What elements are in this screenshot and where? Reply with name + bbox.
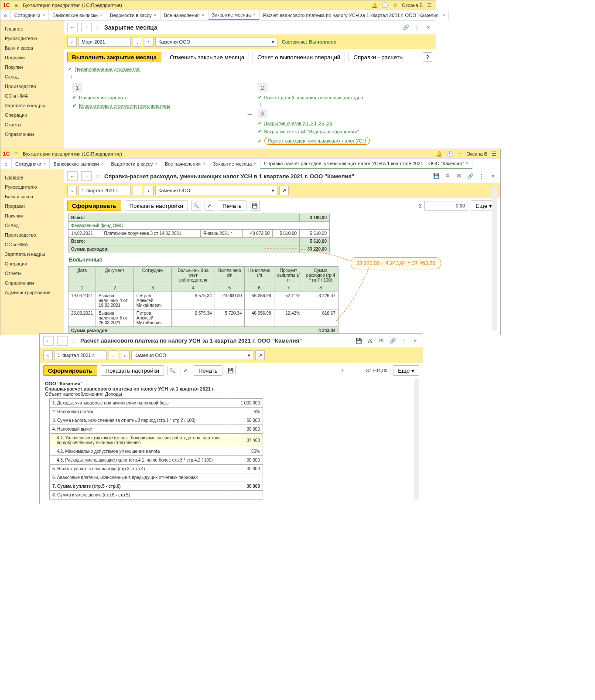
cfg-icon[interactable]: ☰ [425,1,433,9]
home-tab[interactable]: ⌂ [0,159,12,169]
bell-icon[interactable]: 🔔 [370,1,378,9]
fav-icon[interactable]: ☆ [95,173,101,180]
org-open[interactable]: ↗ [279,186,289,195]
close-icon[interactable]: × [154,13,157,17]
expand-icon[interactable]: ⤢ [181,366,190,375]
link-icon[interactable]: 🔗 [466,172,474,180]
help-button[interactable]: ? [423,52,432,62]
stage-link[interactable]: Начисление зарплаты [79,95,129,100]
close-icon[interactable]: × [101,161,104,166]
prev-period-button[interactable]: ‹ [67,186,77,195]
close-icon[interactable]: × [254,161,256,166]
sidebar-item[interactable]: ОС и НМА [0,240,64,249]
search-icon[interactable]: 🔍 [168,366,177,375]
close-icon[interactable]: × [466,161,468,166]
tab-5[interactable]: Справка-расчет расходов, уменьшающих нал… [260,159,472,169]
history-icon[interactable]: 🕘 [381,1,389,9]
form-button[interactable]: Сформировать [67,200,121,211]
close-icon[interactable]: × [253,12,256,17]
show-settings-button[interactable]: Показать настройки [101,365,164,376]
sidebar-item[interactable]: Склад [0,72,64,82]
sidebar-item[interactable]: Справочники [0,278,64,288]
tab-3[interactable]: Все начисления× [161,159,209,169]
fav-icon[interactable]: ☆ [71,337,77,344]
print-button[interactable]: Печать [218,200,246,211]
close-icon[interactable]: × [489,172,497,180]
fwd-button[interactable]: → [57,336,68,346]
pre-link[interactable]: Перепроведение документов [75,67,140,72]
star-icon[interactable]: ☆ [391,1,399,9]
cancel-button[interactable]: Отменить закрытие месяца [165,52,249,62]
org-open[interactable]: ↗ [255,350,265,360]
save-file-icon[interactable]: 💾 [250,201,260,211]
next-period-button[interactable]: › [120,350,130,360]
prev-period-button[interactable]: ‹ [43,350,53,360]
close-icon[interactable]: × [411,337,419,345]
back-button[interactable]: ← [67,23,78,32]
show-settings-button[interactable]: Показать настройки [125,200,188,211]
org-select[interactable]: Камелия ООО▾ [155,37,277,47]
form-button[interactable]: Сформировать [43,365,97,376]
sidebar-item[interactable]: Покупки [0,211,64,221]
sidebar-item[interactable]: Покупки [0,62,64,72]
period-select[interactable]: 1 квартал 2021 г. [55,350,107,360]
print-icon[interactable]: 🖨 [444,172,451,180]
fav-icon[interactable]: ☆ [95,24,101,31]
sidebar-item[interactable]: Руководителю [0,34,64,43]
sidebar-item[interactable]: Главное [0,24,64,34]
next-period-button[interactable]: › [144,186,154,195]
sidebar-item[interactable]: Справочники [0,129,64,139]
report-button[interactable]: Отчет о выполнении операций [253,52,345,62]
tab-4[interactable]: Закрытие месяца× [209,10,260,20]
link-icon[interactable]: 🔗 [389,337,397,345]
close-icon[interactable]: × [100,13,103,17]
fwd-button[interactable]: → [81,171,92,181]
close-icon[interactable]: × [155,161,157,166]
sidebar-item[interactable]: Продажи [0,53,64,62]
link-icon[interactable]: 🔗 [402,24,410,31]
menu-icon[interactable]: ≡ [12,1,20,9]
stage-link[interactable]: Расчет расходов, уменьшающих налог УСН [264,137,370,145]
stage-link[interactable]: Закрытие счетов 20, 23, 25, 26 [264,121,332,126]
expand-icon[interactable]: ⤢ [205,201,214,211]
org-select[interactable]: Камелия ООО▾ [131,350,253,360]
sidebar-item[interactable]: Банк и касса [0,192,64,201]
tab-4[interactable]: Закрытие месяца× [209,159,260,169]
period-select[interactable]: Март 2021 [79,37,131,47]
sidebar-item[interactable]: Зарплата и кадры [0,101,64,110]
back-button[interactable]: ← [67,171,78,181]
sidebar-item[interactable]: Операции [0,110,64,120]
print-button[interactable]: Печать [194,365,222,376]
sidebar-item[interactable]: Склад [0,221,64,230]
tab-1[interactable]: Банковские выписки× [49,10,106,20]
tab-0[interactable]: Сотрудники× [12,159,50,169]
fwd-button[interactable]: → [81,23,92,32]
sidebar-item[interactable]: Главное [0,173,64,182]
sum-field[interactable]: 0,00 [424,201,468,211]
org-select[interactable]: Камелия ООО▾ [155,186,277,195]
close-icon[interactable]: × [202,13,205,17]
sidebar-item[interactable]: Банк и касса [0,43,64,53]
sidebar-item[interactable]: Администрирование [0,288,64,297]
tab-2[interactable]: Ведомости в кассу× [107,159,161,169]
close-icon[interactable]: × [424,24,432,31]
refs-button[interactable]: Справки - расчеты [349,52,408,62]
save-file-icon[interactable]: 💾 [226,366,236,375]
tab-5[interactable]: Расчет авансового платежа по налогу УСН … [260,10,449,20]
next-period-button[interactable]: › [144,37,154,47]
mail-icon[interactable]: ✉ [455,172,463,180]
user-name[interactable]: Оксана В [466,151,487,156]
search-icon[interactable]: 🔍 [191,201,201,211]
save-icon[interactable]: 💾 [355,337,362,345]
menu-icon[interactable]: ≡ [12,150,20,158]
tab-3[interactable]: Все начисления× [161,10,209,20]
sidebar-item[interactable]: Зарплата и кадры [0,249,64,259]
star-icon[interactable]: ☆ [456,150,464,158]
sum-field[interactable]: 37 504,00 [347,366,390,375]
cfg-icon[interactable]: ☰ [490,150,498,158]
print-icon[interactable]: 🖨 [366,337,374,345]
back-button[interactable]: ← [43,336,54,346]
period-select[interactable]: 1 квартал 2021 г. [79,186,131,195]
more-button[interactable]: Еще ▾ [393,365,419,376]
close-icon[interactable]: × [442,13,445,17]
